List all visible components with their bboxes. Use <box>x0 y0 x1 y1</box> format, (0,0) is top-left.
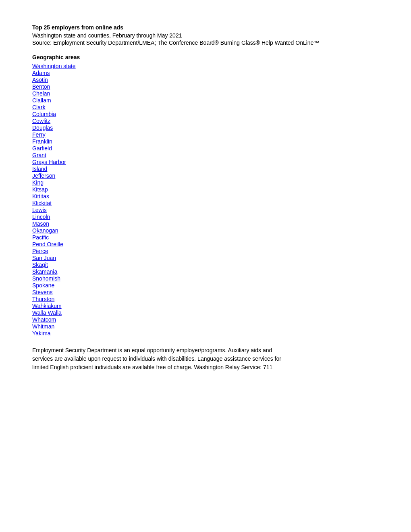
list-item: Pacific <box>32 234 379 241</box>
geo-link-grays-harbor[interactable]: Grays Harbor <box>32 159 66 165</box>
geo-link-whatcom[interactable]: Whatcom <box>32 316 56 323</box>
list-item: Pierce <box>32 248 379 254</box>
geo-link-clark[interactable]: Clark <box>32 104 46 110</box>
page-source: Source: Employment Security Department/L… <box>32 39 379 46</box>
list-item: Lewis <box>32 207 379 213</box>
geo-link-pend-oreille[interactable]: Pend Oreille <box>32 241 63 247</box>
list-item: Spokane <box>32 282 379 289</box>
geo-link-snohomish[interactable]: Snohomish <box>32 275 60 282</box>
page-title: Top 25 employers from online ads <box>32 24 379 31</box>
geo-link-lewis[interactable]: Lewis <box>32 207 47 213</box>
list-item: Jefferson <box>32 172 379 179</box>
geo-link-whitman[interactable]: Whitman <box>32 323 54 330</box>
list-item: Benton <box>32 83 379 90</box>
list-item: Asotin <box>32 77 379 83</box>
geo-link-ferry[interactable]: Ferry <box>32 131 46 138</box>
geo-link-franklin[interactable]: Franklin <box>32 138 52 145</box>
geo-link-washington-state[interactable]: Washington state <box>32 63 76 69</box>
list-item: Franklin <box>32 138 379 145</box>
list-item: Snohomish <box>32 275 379 282</box>
list-item: Adams <box>32 70 379 76</box>
list-item: King <box>32 179 379 186</box>
geo-link-garfield[interactable]: Garfield <box>32 145 52 152</box>
geo-list: Washington stateAdamsAsotinBentonChelanC… <box>32 63 379 337</box>
header-section: Top 25 employers from online ads Washing… <box>32 24 379 46</box>
geo-link-jefferson[interactable]: Jefferson <box>32 172 55 179</box>
geo-link-kitsap[interactable]: Kitsap <box>32 186 48 193</box>
geo-link-stevens[interactable]: Stevens <box>32 289 53 295</box>
footer-text: Employment Security Department is an equ… <box>32 346 290 372</box>
geo-link-douglas[interactable]: Douglas <box>32 125 53 131</box>
list-item: Island <box>32 166 379 172</box>
list-item: Garfield <box>32 145 379 152</box>
geo-link-benton[interactable]: Benton <box>32 83 50 90</box>
geo-link-grant[interactable]: Grant <box>32 152 46 158</box>
list-item: Skagit <box>32 262 379 268</box>
geo-link-lincoln[interactable]: Lincoln <box>32 214 50 220</box>
geo-link-spokane[interactable]: Spokane <box>32 282 54 289</box>
list-item: Klickitat <box>32 200 379 206</box>
list-item: Kitsap <box>32 186 379 193</box>
list-item: Cowlitz <box>32 118 379 124</box>
list-item: Stevens <box>32 289 379 295</box>
list-item: Whitman <box>32 323 379 330</box>
geo-link-skagit[interactable]: Skagit <box>32 262 48 268</box>
footer-section: Employment Security Department is an equ… <box>32 346 379 372</box>
geo-link-columbia[interactable]: Columbia <box>32 111 56 117</box>
geo-link-clallam[interactable]: Clallam <box>32 97 51 104</box>
geo-link-island[interactable]: Island <box>32 166 47 172</box>
geo-link-yakima[interactable]: Yakima <box>32 330 51 337</box>
list-item: Clallam <box>32 97 379 104</box>
list-item: Mason <box>32 220 379 227</box>
list-item: Grant <box>32 152 379 158</box>
geo-link-king[interactable]: King <box>32 179 44 186</box>
list-item: Thurston <box>32 296 379 302</box>
list-item: Ferry <box>32 131 379 138</box>
geo-link-thurston[interactable]: Thurston <box>32 296 54 302</box>
geo-link-asotin[interactable]: Asotin <box>32 77 48 83</box>
list-item: Grays Harbor <box>32 159 379 165</box>
list-item: Chelan <box>32 90 379 97</box>
page-container: Top 25 employers from online ads Washing… <box>32 24 379 372</box>
list-item: Okanogan <box>32 227 379 234</box>
list-item: Wahkiakum <box>32 303 379 309</box>
geo-link-chelan[interactable]: Chelan <box>32 90 50 97</box>
list-item: Kittitas <box>32 193 379 200</box>
list-item: Washington state <box>32 63 379 69</box>
geo-link-pacific[interactable]: Pacific <box>32 234 49 241</box>
list-item: Yakima <box>32 330 379 337</box>
geo-link-adams[interactable]: Adams <box>32 70 50 76</box>
list-item: Skamania <box>32 268 379 275</box>
list-item: Columbia <box>32 111 379 117</box>
geo-link-skamania[interactable]: Skamania <box>32 268 57 275</box>
geo-link-cowlitz[interactable]: Cowlitz <box>32 118 50 124</box>
list-item: Walla Walla <box>32 310 379 316</box>
geo-link-pierce[interactable]: Pierce <box>32 248 48 254</box>
page-subtitle: Washington state and counties, February … <box>32 32 379 39</box>
geo-link-mason[interactable]: Mason <box>32 220 49 227</box>
list-item: Douglas <box>32 125 379 131</box>
list-item: Clark <box>32 104 379 110</box>
geo-heading: Geographic areas <box>32 54 379 60</box>
geographic-areas-section: Geographic areas Washington stateAdamsAs… <box>32 54 379 337</box>
geo-link-kittitas[interactable]: Kittitas <box>32 193 49 200</box>
list-item: Lincoln <box>32 214 379 220</box>
list-item: Pend Oreille <box>32 241 379 247</box>
geo-link-wahkiakum[interactable]: Wahkiakum <box>32 303 62 309</box>
list-item: San Juan <box>32 255 379 261</box>
geo-link-klickitat[interactable]: Klickitat <box>32 200 52 206</box>
list-item: Whatcom <box>32 316 379 323</box>
geo-link-san-juan[interactable]: San Juan <box>32 255 56 261</box>
geo-link-okanogan[interactable]: Okanogan <box>32 227 58 234</box>
geo-link-walla-walla[interactable]: Walla Walla <box>32 310 62 316</box>
